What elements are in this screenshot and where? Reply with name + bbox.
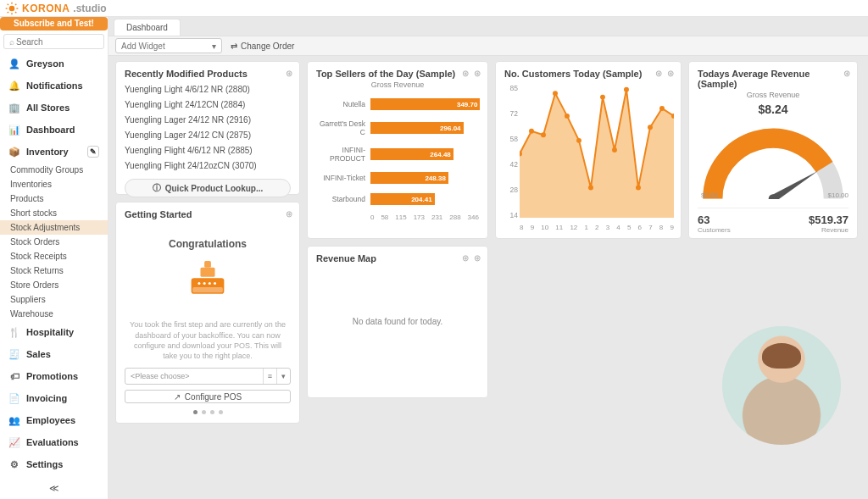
list-item[interactable]: Yuengling Flight 24/12ozCN (3070) (125, 161, 291, 170)
bar-label: Starbound (316, 195, 365, 203)
card-top-sellers: Top Sellers of the Day (Sample) ⊛ ⊛ Gros… (307, 61, 488, 239)
nav-settings[interactable]: ⚙Settings (0, 453, 108, 475)
customers-count: 63 (698, 213, 731, 226)
nav-sub-store-orders[interactable]: Store Orders (0, 278, 108, 292)
tab-dashboard[interactable]: Dashboard (114, 19, 181, 36)
nav-dashboard[interactable]: 📊Dashboard (0, 119, 108, 141)
fork-icon: 🍴 (8, 327, 20, 338)
search-input[interactable] (3, 34, 104, 49)
svg-point-22 (576, 138, 581, 143)
svg-point-0 (9, 5, 15, 11)
pager-dots[interactable] (193, 410, 223, 414)
card-customers-today: No. Customers Today (Sample) ⊛ ⊛ 8572584… (495, 61, 682, 239)
search-icon: ⌕ (9, 37, 14, 47)
card-title: Top Sellers of the Day (Sample) (316, 69, 479, 79)
card-close-icon[interactable]: ⊛ (667, 69, 674, 78)
nav-sales[interactable]: 🧾Sales (0, 343, 108, 365)
chart-subtitle: Gross Revenue (698, 91, 849, 99)
nav-all-stores[interactable]: 🏢All Stores (0, 97, 108, 119)
svg-point-24 (600, 95, 605, 100)
quick-product-lookup-button[interactable]: ⓘQuick Product Lookup... (125, 179, 291, 197)
collapse-sidebar[interactable]: ≪ (0, 483, 108, 494)
svg-line-7 (8, 12, 8, 13)
nav-sub-suppliers[interactable]: Suppliers (0, 292, 108, 307)
register-icon (178, 258, 237, 297)
nav-sub-short-stocks[interactable]: Short stocks (0, 206, 108, 220)
pos-choose-select[interactable]: <Please choose> ≡▾ (125, 368, 291, 385)
bar-label: Nutella (316, 100, 365, 108)
swap-icon: ⇄ (231, 42, 237, 51)
brand-name-1: KORONA (22, 3, 70, 14)
card-settings-icon[interactable]: ⊛ (843, 69, 850, 78)
brand-name-2: .studio (73, 3, 106, 14)
edit-icon[interactable]: ✎ (87, 146, 99, 158)
nav-sub-stock-receipts[interactable]: Stock Receipts (0, 249, 108, 263)
subscribe-banner[interactable]: Subscribe and Test! (0, 17, 108, 30)
list-item[interactable]: Yuengling Lager 24/12 CN (2875) (125, 130, 291, 140)
change-order-button[interactable]: ⇄Change Order (231, 42, 294, 51)
card-settings-icon[interactable]: ⊛ (286, 69, 292, 78)
svg-rect-10 (192, 287, 223, 292)
box-icon: 📦 (8, 147, 20, 158)
svg-rect-11 (200, 268, 214, 277)
nav-notifications[interactable]: 🔔Notifications (0, 75, 108, 97)
card-title: Revenue Map (316, 253, 376, 263)
congrats-heading: Congratulations (169, 238, 247, 250)
svg-point-23 (588, 186, 593, 191)
gauge-amount: $8.24 (698, 103, 849, 116)
chart-icon: 📈 (8, 437, 20, 448)
card-revenue-map: Revenue Map ⊛ ⊛ No data found for today. (307, 246, 488, 398)
svg-point-20 (553, 91, 558, 96)
nav-sub-stock-returns[interactable]: Stock Returns (0, 263, 108, 278)
bell-icon: 🔔 (8, 80, 20, 91)
brand-logo: KORONA.studio (5, 2, 107, 15)
svg-point-25 (612, 147, 617, 152)
nav-sub-products[interactable]: Products (0, 191, 108, 206)
card-recently-modified-products: Recently Modified Products ⊛ Yuengling L… (115, 61, 300, 195)
card-settings-icon[interactable]: ⊛ (462, 253, 469, 263)
list-item[interactable]: Yuengling Lager 24/12 NR (2916) (125, 115, 291, 125)
nav-sub-warehouse[interactable]: Warehouse (0, 307, 108, 321)
nav-inventory[interactable]: 📦Inventory✎ (0, 141, 108, 163)
svg-point-28 (648, 125, 653, 130)
card-title: Todays Average Revenue (Sample) (698, 69, 849, 89)
card-settings-icon[interactable]: ⊛ (655, 69, 662, 78)
nav-sub-commodity-groups[interactable]: Commodity Groups (0, 163, 108, 177)
bar-label: INFINI-Ticket (316, 174, 365, 182)
nav-promotions[interactable]: 🏷Promotions (0, 365, 108, 387)
svg-point-27 (636, 186, 641, 191)
card-settings-icon[interactable]: ⊛ (462, 69, 469, 78)
nav-hospitality[interactable]: 🍴Hospitality (0, 321, 108, 343)
svg-line-5 (8, 3, 8, 4)
nav-invoicing[interactable]: 📄Invoicing (0, 387, 108, 409)
svg-line-6 (15, 12, 16, 13)
bar-row: INFINI-Ticket 248.38 (316, 172, 479, 184)
svg-point-19 (541, 132, 546, 137)
list-item[interactable]: Yuengling Flight 4/6/12 NR (2885) (125, 146, 291, 155)
info-icon: ⓘ (153, 182, 161, 194)
nav-evaluations[interactable]: 📈Evaluations (0, 431, 108, 453)
card-settings-icon[interactable]: ⊛ (286, 209, 292, 219)
nav-sub-stock-orders[interactable]: Stock Orders (0, 235, 108, 249)
bar-row: Starbound 204.41 (316, 193, 479, 205)
nav-sub-inventories[interactable]: Inventories (0, 177, 108, 191)
svg-point-13 (198, 282, 200, 285)
gauge-icon: 📊 (8, 125, 20, 136)
card-close-icon[interactable]: ⊛ (474, 253, 481, 263)
list-item[interactable]: Yuengling Light 4/6/12 NR (2880) (125, 85, 291, 94)
add-widget-select[interactable]: Add Widget▾ (115, 38, 222, 53)
chevron-down-icon: ▾ (212, 42, 216, 51)
nav-sub-stock-adjustments[interactable]: Stock Adjustments (0, 220, 108, 235)
user-icon: 👤 (8, 58, 20, 69)
card-close-icon[interactable]: ⊛ (474, 69, 481, 78)
svg-rect-12 (204, 261, 211, 268)
list-icon[interactable]: ≡ (263, 369, 276, 384)
card-average-revenue: Todays Average Revenue (Sample) ⊛ Gross … (688, 61, 858, 239)
chevron-down-icon[interactable]: ▾ (276, 369, 290, 384)
gauge-min: $0.00 (701, 191, 718, 199)
list-item[interactable]: Yuengling Light 24/12CN (2884) (125, 100, 291, 109)
nav-user[interactable]: 👤Greyson (0, 53, 108, 75)
configure-pos-button[interactable]: ↗Configure POS (125, 390, 291, 403)
nav-employees[interactable]: 👥Employees (0, 409, 108, 431)
invoice-icon: 📄 (8, 393, 20, 404)
